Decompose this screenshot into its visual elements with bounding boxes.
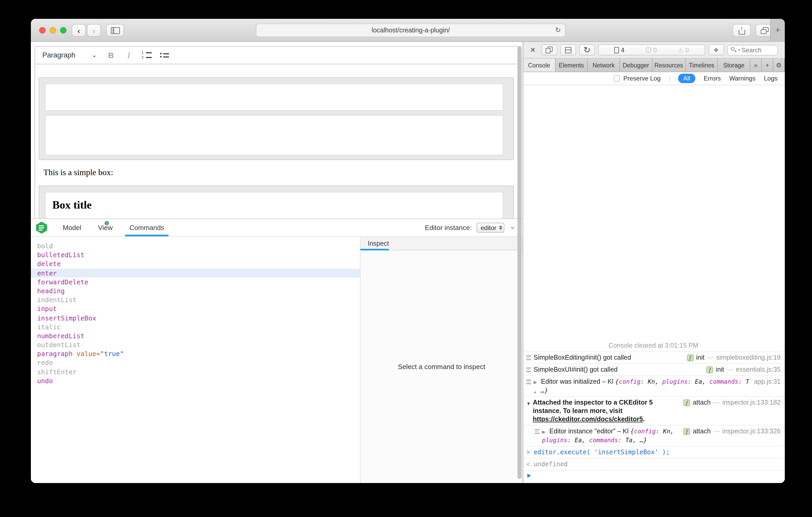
filter-all[interactable]: All: [678, 74, 695, 83]
inspector-search-field: ▾: [727, 45, 778, 55]
zoom-window-button[interactable]: [60, 27, 66, 33]
inspector-toolbar: ✕ ↻ 4 ! 0: [523, 42, 785, 59]
search-input[interactable]: [742, 46, 771, 54]
console-log-row: ▶ Editor was initialized – Kl {config: K…: [523, 376, 785, 397]
box-title-text[interactable]: Box title: [46, 192, 503, 212]
tab-network[interactable]: Network: [588, 59, 620, 71]
bulleted-list-button[interactable]: [155, 47, 173, 64]
page-viewport: Paragraph ⌄ B I 1 2: [31, 42, 523, 483]
tab-debugger[interactable]: Debugger: [620, 59, 652, 71]
log-text: Attached the inspector to a CKEditor 5 i…: [533, 399, 653, 415]
command-item-numberedList[interactable]: numberedList: [31, 331, 360, 340]
bulleted-list-icon: [160, 53, 169, 58]
source-location-link[interactable]: essentials.js:35: [736, 365, 781, 374]
dock-icon: [565, 47, 571, 53]
result-icon: <: [526, 460, 534, 468]
command-item-paragraph[interactable]: paragraph value="true": [31, 349, 360, 358]
close-window-button[interactable]: [39, 27, 46, 33]
ckeditor: Paragraph ⌄ B I 1 2: [34, 46, 518, 219]
italic-button[interactable]: I: [120, 47, 138, 64]
new-tab-button[interactable]: +: [770, 19, 785, 42]
tab-commands[interactable]: Commands: [121, 219, 173, 236]
simple-box-widget[interactable]: Box title: [39, 186, 514, 219]
disclosure-triangle-icon[interactable]: ▶: [542, 428, 548, 434]
command-item-heading[interactable]: heading: [31, 286, 360, 295]
source-location-link[interactable]: inspector.js:133:182: [723, 398, 781, 407]
scrollbar-thumb[interactable]: [517, 46, 522, 479]
warning-count[interactable]: ⚠ 0: [678, 46, 689, 54]
tab-resources[interactable]: Resources: [652, 59, 686, 71]
disclosure-triangle-icon[interactable]: ▼: [526, 398, 533, 408]
numbered-list-button[interactable]: 1 2: [138, 47, 155, 64]
share-button[interactable]: ↑: [732, 24, 751, 37]
command-item-input[interactable]: input: [31, 304, 360, 313]
editor-instance-select[interactable]: editor: [476, 223, 504, 233]
detach-inspector-button[interactable]: [542, 44, 557, 55]
crosshair-icon: ⌖: [714, 46, 719, 54]
page-scrollbar[interactable]: [517, 46, 522, 479]
dock-inspector-button[interactable]: [560, 44, 576, 55]
simple-box-description-field[interactable]: [45, 115, 503, 155]
command-item-delete[interactable]: delete: [31, 260, 360, 268]
address-input[interactable]: [256, 24, 565, 37]
source-location-link[interactable]: simpleboxediting.js:19: [716, 354, 781, 362]
editor-toolbar: Paragraph ⌄ B I 1 2: [35, 47, 517, 64]
command-item-enter[interactable]: enter: [31, 268, 360, 277]
error-count[interactable]: ! 0: [645, 46, 657, 54]
command-item-italic[interactable]: italic: [31, 322, 360, 331]
filter-errors[interactable]: Errors: [704, 75, 721, 82]
tab-storage[interactable]: Storage: [718, 59, 750, 71]
simple-box-widget-selected[interactable]: [39, 78, 514, 160]
numbered-list-icon: 1 2: [142, 51, 151, 59]
command-item-insertSimpleBox[interactable]: insertSimpleBox: [31, 313, 360, 322]
disclosure-triangle-icon[interactable]: ▶: [534, 378, 539, 385]
resource-count[interactable]: 4: [614, 46, 625, 54]
back-button[interactable]: ‹: [72, 24, 86, 37]
command-item-outdentList[interactable]: outdentList: [31, 340, 360, 349]
tab-timelines[interactable]: Timelines: [686, 59, 718, 71]
reload-page-button[interactable]: ↻: [579, 44, 595, 55]
command-attr-value: "true": [100, 350, 124, 358]
element-picker-button[interactable]: ⌖: [708, 44, 724, 55]
command-item-redo[interactable]: redo: [31, 358, 360, 367]
filter-warnings[interactable]: Warnings: [729, 75, 755, 82]
tab-model[interactable]: Model: [54, 219, 90, 236]
ckeditor-version-badge: 5: [104, 221, 109, 226]
collapse-panel-button[interactable]: ⌄: [509, 223, 517, 229]
bold-button[interactable]: B: [102, 47, 120, 64]
tab-elements[interactable]: Elements: [555, 59, 587, 71]
tab-console[interactable]: Console: [523, 59, 555, 71]
minimize-window-button[interactable]: [50, 27, 56, 33]
source-location-link[interactable]: app.js:31: [754, 377, 781, 386]
result-text: undefined: [534, 460, 568, 468]
more-tabs-button[interactable]: »: [750, 59, 762, 71]
command-item-bold[interactable]: bold: [31, 242, 360, 250]
source-location-link[interactable]: inspector.js:133:326: [723, 427, 781, 435]
editor-paragraph[interactable]: This is a simple box:: [44, 168, 113, 177]
document-icon: [614, 47, 619, 53]
simple-box-title-field[interactable]: [45, 84, 503, 111]
ckeditor-docs-link[interactable]: https://ckeditor.com/docs/ckeditor5: [533, 416, 643, 423]
heading-dropdown[interactable]: Paragraph ⌄: [35, 47, 102, 64]
log-icon: [526, 354, 534, 361]
heading-dropdown-label: Paragraph: [42, 51, 75, 59]
close-inspector-button[interactable]: ✕: [527, 46, 539, 54]
reload-icon[interactable]: ↻: [555, 26, 561, 34]
command-item-forwardDelete[interactable]: forwardDelete: [31, 278, 360, 286]
command-item-undo[interactable]: undo: [31, 376, 360, 385]
log-icon: [526, 427, 542, 435]
console-prompt[interactable]: [523, 470, 785, 483]
add-tab-button[interactable]: +: [762, 59, 773, 71]
tab-inspect[interactable]: Inspect: [360, 237, 396, 250]
command-item-bulletedList[interactable]: bulletedList: [31, 250, 360, 259]
command-item-indentList[interactable]: indentList: [31, 295, 360, 304]
input-echo-text: editor.execute( 'insertSimpleBox' );: [534, 448, 670, 456]
forward-button[interactable]: ›: [87, 24, 101, 37]
sidebar-toggle-button[interactable]: [106, 24, 124, 37]
filter-logs[interactable]: Logs: [764, 75, 778, 82]
settings-tab-button[interactable]: ⚙: [773, 59, 785, 71]
resource-count-value: 4: [621, 46, 625, 54]
command-item-shiftEnter[interactable]: shiftEnter: [31, 367, 360, 376]
preserve-log-checkbox[interactable]: [614, 75, 620, 82]
simple-box-title-field[interactable]: Box title: [45, 192, 503, 219]
